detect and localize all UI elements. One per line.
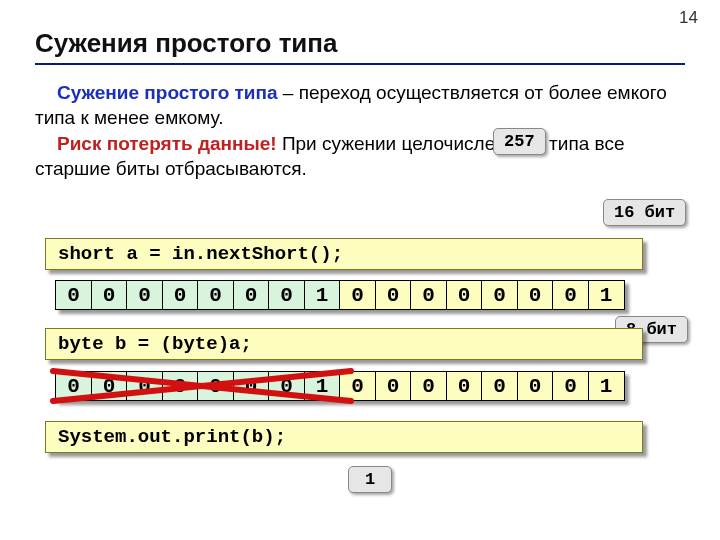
bit-cell-lo: 0 [410,280,447,310]
bit-row-short: 0000000100000001 [55,280,625,310]
bit-cell-lo: 0 [517,280,554,310]
bit-cell-hi: 0 [55,371,92,401]
bit-cell-lo: 0 [410,371,447,401]
bit-cell-lo: 0 [481,371,518,401]
bit-cell-hi: 0 [55,280,92,310]
bit-cell-hi: 0 [162,371,199,401]
bit-row-byte: 0000000100000001 [55,371,625,401]
bit-cell-hi: 1 [304,280,341,310]
bit-cell-lo: 1 [588,280,625,310]
bit-cell-lo: 0 [517,371,554,401]
bit-cell-lo: 0 [552,371,589,401]
tag-output-value: 1 [348,466,392,493]
bit-cell-lo: 1 [588,371,625,401]
bit-cell-lo: 0 [552,280,589,310]
bit-cell-lo: 0 [375,280,412,310]
bit-cell-hi: 0 [197,280,234,310]
bit-cell-hi: 0 [233,371,270,401]
bit-cell-hi: 0 [91,280,128,310]
body-paragraph: Сужение простого типа – переход осуществ… [35,80,685,181]
bit-cell-hi: 0 [233,280,270,310]
tag-16-bit: 16 бит [603,199,686,226]
bit-cell-hi: 0 [126,280,163,310]
bit-cell-hi: 0 [268,280,305,310]
term-narrowing: Сужение простого типа [57,82,278,103]
bit-cell-lo: 0 [446,280,483,310]
bit-cell-lo: 0 [339,280,376,310]
page-number: 14 [679,8,698,28]
bit-cell-hi: 0 [162,280,199,310]
code-line-1: short a = in.nextShort(); [45,238,643,270]
bit-cell-hi: 0 [197,371,234,401]
bit-cell-hi: 0 [268,371,305,401]
code-line-2: byte b = (byte)a; [45,328,643,360]
term-risk: Риск потерять данные! [57,133,277,154]
bit-cell-hi: 0 [91,371,128,401]
bit-cell-lo: 0 [375,371,412,401]
bit-cell-lo: 0 [339,371,376,401]
bit-cell-hi: 0 [126,371,163,401]
page-title: Сужения простого типа [35,28,685,65]
bit-cell-hi: 1 [304,371,341,401]
code-line-3: System.out.print(b); [45,421,643,453]
tag-input-value: 257 [493,128,546,155]
bit-cell-lo: 0 [446,371,483,401]
bit-cell-lo: 0 [481,280,518,310]
